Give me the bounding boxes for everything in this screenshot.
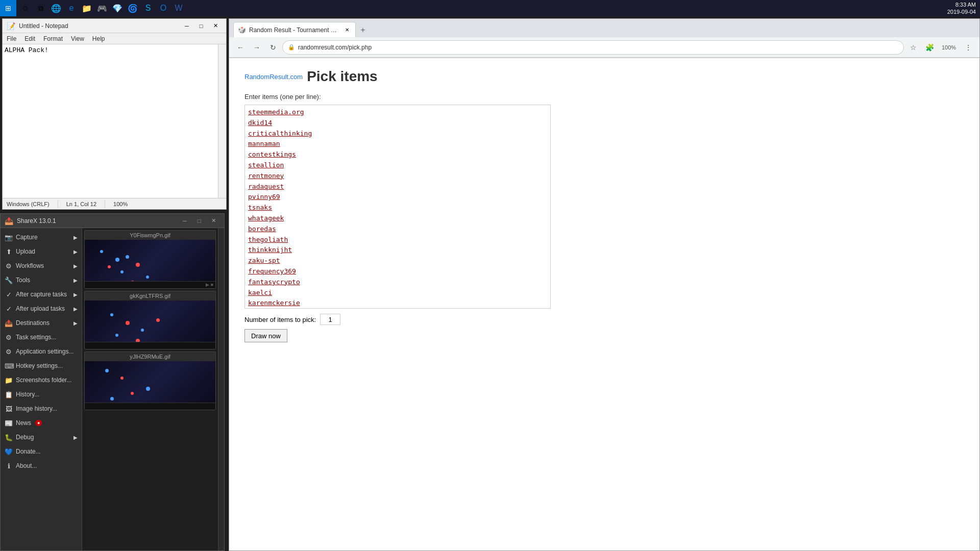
item-link[interactable]: steallion xyxy=(248,160,547,171)
thumbnail-2-img xyxy=(85,300,215,349)
item-link[interactable]: boredas xyxy=(248,224,547,235)
game-bar-2 xyxy=(85,342,215,349)
menu-edit[interactable]: Edit xyxy=(22,33,37,44)
notepad-icon: 📝 xyxy=(7,22,15,30)
sidebar-item-donate[interactable]: 💙 Donate... xyxy=(1,444,82,459)
item-link[interactable]: steemmedia.org xyxy=(248,107,547,118)
task-view-icon[interactable]: ⧉ xyxy=(34,1,48,15)
item-link[interactable]: tsnaks xyxy=(248,203,547,213)
item-link[interactable]: mannaman xyxy=(248,139,547,149)
sharex-titlebar: 📤 ShareX 13.0.1 ─ □ ✕ xyxy=(1,214,224,228)
sidebar-item-hotkey-settings[interactable]: ⌨ Hotkey settings... xyxy=(1,359,82,373)
app1-icon[interactable]: 🎮 xyxy=(95,1,109,15)
item-link[interactable]: zaku-spt xyxy=(248,256,547,266)
menu-view[interactable]: View xyxy=(69,33,86,44)
sidebar-after-capture-label: After capture tasks xyxy=(16,291,67,298)
unit2 xyxy=(115,258,119,262)
item-link[interactable]: rentmoney xyxy=(248,171,547,182)
menu-button[interactable]: ⋮ xyxy=(961,40,975,55)
url-text: randomresult.com/pick.php xyxy=(298,44,898,51)
forward-button[interactable]: → xyxy=(250,40,264,55)
sidebar-item-upload[interactable]: ⬆ Upload ▶ xyxy=(1,244,82,259)
item-link[interactable]: karenmckersie xyxy=(248,298,547,309)
ie-icon[interactable]: 🌐 xyxy=(49,1,63,15)
sidebar-item-screenshots-folder[interactable]: 📁 Screenshots folder... xyxy=(1,373,82,387)
sharex-minimize[interactable]: ─ xyxy=(178,216,191,226)
active-tab[interactable]: 🎲 Random Result - Tournament dr... ✕ xyxy=(233,22,356,37)
item-link[interactable]: contestkings xyxy=(248,149,547,160)
sidebar-capture-label: Capture xyxy=(16,234,38,241)
menu-format[interactable]: Format xyxy=(41,33,65,44)
unit11 xyxy=(141,329,144,332)
bookmark-icon[interactable]: ☆ xyxy=(906,40,920,55)
sidebar-item-image-history[interactable]: 🖼 Image history... xyxy=(1,402,82,416)
tab-favicon: 🎲 xyxy=(238,26,246,34)
statusbar-divider1 xyxy=(58,201,58,208)
start-button[interactable]: ⊞ xyxy=(0,0,16,16)
sidebar-item-after-capture[interactable]: ✓ After capture tasks ▶ xyxy=(1,287,82,302)
search-taskbar-icon[interactable]: ○ xyxy=(18,1,33,15)
unit17 xyxy=(146,387,150,391)
edge-icon[interactable]: e xyxy=(64,1,79,15)
form-label: Enter items (one per line): xyxy=(244,93,964,101)
maximize-button[interactable]: □ xyxy=(194,21,208,31)
item-link[interactable]: kaelci xyxy=(248,288,547,298)
tab-close-button[interactable]: ✕ xyxy=(343,26,351,34)
app3-icon[interactable]: 🌀 xyxy=(126,1,140,15)
minimize-button[interactable]: ─ xyxy=(180,21,193,31)
sharex-scrollbar[interactable] xyxy=(218,228,224,550)
taskbar-icons: ○ ⧉ 🌐 e 📁 🎮 💎 🌀 S O W xyxy=(16,1,188,15)
sidebar-item-destinations[interactable]: 📤 Destinations ▶ xyxy=(1,316,82,330)
after-upload-icon: ✓ xyxy=(5,305,13,313)
item-link[interactable]: thinkknijht xyxy=(248,245,547,256)
sidebar-item-task-settings[interactable]: ⚙ Task settings... xyxy=(1,330,82,344)
word-icon[interactable]: W xyxy=(172,1,186,15)
sharex-window: 📤 ShareX 13.0.1 ─ □ ✕ 📷 Capture ▶ ⬆ Uplo… xyxy=(0,213,225,551)
sidebar-item-after-upload[interactable]: ✓ After upload tasks ▶ xyxy=(1,302,82,316)
upload-arrow: ▶ xyxy=(74,249,78,255)
reload-button[interactable]: ↻ xyxy=(266,40,280,55)
sharex-close[interactable]: ✕ xyxy=(207,216,220,226)
zoom-label: 100% xyxy=(939,40,959,55)
extensions-icon[interactable]: 🧩 xyxy=(922,40,937,55)
item-link[interactable]: criticalthinking xyxy=(248,129,547,139)
back-button[interactable]: ← xyxy=(233,40,248,55)
close-button[interactable]: ✕ xyxy=(209,21,222,31)
page-logo-link[interactable]: RandomResult.com xyxy=(244,73,303,81)
items-textarea[interactable]: steemmedia.orgdkid14criticalthinkingmann… xyxy=(244,105,551,309)
sidebar-item-about[interactable]: ℹ About... xyxy=(1,459,82,473)
menu-help[interactable]: Help xyxy=(90,33,107,44)
unit12 xyxy=(156,318,160,322)
menu-file[interactable]: File xyxy=(5,33,18,44)
explorer-icon[interactable]: 📁 xyxy=(80,1,94,15)
sidebar-item-app-settings[interactable]: ⚙ Application settings... xyxy=(1,344,82,359)
number-input[interactable] xyxy=(320,314,340,325)
item-link[interactable]: dkid14 xyxy=(248,118,547,129)
sidebar-item-debug[interactable]: 🐛 Debug ▶ xyxy=(1,430,82,444)
sidebar-item-news[interactable]: 📰 News ● xyxy=(1,416,82,430)
app2-icon[interactable]: 💎 xyxy=(110,1,125,15)
page-logo[interactable]: RandomResult.com xyxy=(244,73,303,81)
upload-icon: ⬆ xyxy=(5,248,13,256)
item-link[interactable]: thegoliath xyxy=(248,235,547,245)
sidebar-item-history[interactable]: 📋 History... xyxy=(1,387,82,402)
notepad-textarea[interactable]: ALPHA Pack! xyxy=(3,44,226,198)
item-link[interactable]: radaquest xyxy=(248,182,547,192)
address-bar[interactable]: 🔒 randomresult.com/pick.php xyxy=(282,40,904,55)
sidebar-item-workflows[interactable]: ⚙ Workflows ▶ xyxy=(1,259,82,273)
item-link[interactable]: fantasycrypto xyxy=(248,277,547,288)
notepad-scrollbar[interactable] xyxy=(218,44,226,198)
sidebar-item-capture[interactable]: 📷 Capture ▶ xyxy=(1,230,82,244)
unit5 xyxy=(120,270,124,273)
skype-icon[interactable]: S xyxy=(141,1,155,15)
item-link[interactable]: frequency369 xyxy=(248,266,547,277)
draw-button[interactable]: Draw now xyxy=(244,329,287,342)
new-tab-button[interactable]: + xyxy=(356,23,370,37)
sidebar-upload-label: Upload xyxy=(16,248,35,255)
item-link[interactable]: pvinny69 xyxy=(248,192,547,203)
item-link[interactable]: whatageek xyxy=(248,213,547,224)
outlook-icon[interactable]: O xyxy=(156,1,170,15)
sidebar-item-tools[interactable]: 🔧 Tools ▶ xyxy=(1,273,82,287)
sidebar-screenshots-label: Screenshots folder... xyxy=(16,377,71,384)
sharex-maximize[interactable]: □ xyxy=(192,216,206,226)
